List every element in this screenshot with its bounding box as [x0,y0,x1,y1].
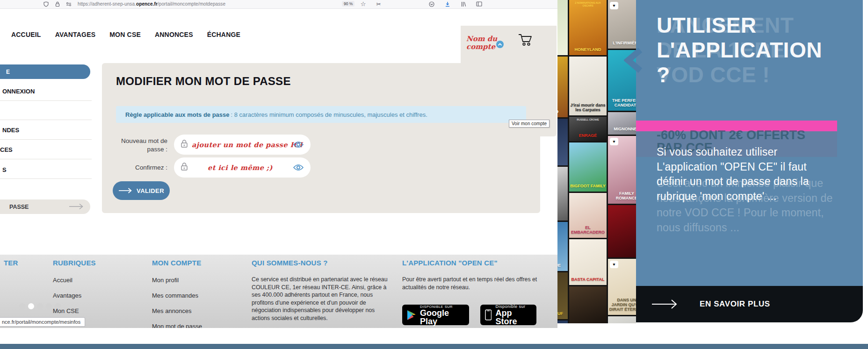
movie-poster[interactable]: MIGNONNES [608,112,636,135]
poster-title: THE PERFECT CANDIDATE [609,98,636,107]
google-play-badge[interactable]: DISPONIBLE SUR Google Play [402,305,469,325]
page-title: MODIFIER MON MOT DE PASSE [116,75,291,88]
screenshot-scissors-icon[interactable]: ✂ [376,1,382,7]
screen: https://adherent-snep-unsa.opence.fr/por… [0,0,868,349]
footer-link-accueil[interactable]: Accueil [53,277,72,284]
permissions-icon[interactable] [65,1,72,7]
arrow-right-icon [651,299,678,309]
app-store-badge[interactable]: Disponible sur App Store [480,305,536,325]
movie-poster[interactable]: madre [608,316,636,323]
sidebar-item-annonces[interactable]: CES [0,146,13,153]
show-password-eye-icon[interactable] [293,164,304,173]
cta-label: EN SAVOIR PLUS [700,299,770,309]
confirm-password-field[interactable]: et ici le même ;) [174,157,311,178]
carousel-dot[interactable] [46,303,52,309]
movie-poster[interactable]: EL EMBARCADERO [569,193,607,238]
nav-item-mon-cse[interactable]: MON CSE [109,31,141,38]
favorite-heart-icon[interactable]: ♥ [610,2,618,9]
download-icon[interactable] [444,1,450,7]
bottom-strip [0,344,868,349]
movie-poster[interactable]: ♥FAMILY ROMANCE [608,136,636,204]
lock-icon[interactable] [54,1,60,7]
movie-poster[interactable]: nette [557,0,568,55]
sidebar-header-pill[interactable]: E [0,64,90,79]
movie-poster[interactable]: BAMAKO [557,57,568,117]
movie-poster[interactable]: 2 NOMINATIONS AUX OSCARSHONEYLAND [569,0,607,55]
sidebar-toggle-icon[interactable] [476,1,482,7]
url-host: opence.fr [136,1,158,7]
movie-poster[interactable]: J'irai mourir dans les Carpates [569,57,607,115]
footer-link-mon-cse[interactable]: Mon CSE [53,307,79,314]
footer-heading-rubriques: RUBRIQUES [53,259,96,267]
confirm-password-label: Confirmez : [112,164,167,172]
sidebar-item-fragment[interactable]: S [2,166,7,173]
slide-title: UTILISER L'APPLICATION ? [657,13,822,87]
lock-icon [181,139,188,150]
footer-link-avantages[interactable]: Avantages [53,292,81,299]
en-savoir-plus-button[interactable]: EN SAVOIR PLUS [636,286,863,322]
movie-poster[interactable] [608,205,636,257]
link-tooltip: Voir mon compte [509,120,550,128]
favorite-heart-icon[interactable]: ♥ [610,261,618,268]
shield-icon[interactable] [43,1,49,7]
carousel-dot[interactable] [19,303,25,309]
poster-title: BIGFOOT FAMILY [570,184,606,188]
poster-subtitle: RUSSELL CROWE [570,118,606,121]
main-nav: ACCUEIL AVANTAGES MON CSE ANNONCES ÉCHAN… [11,31,240,38]
nav-item-annonces[interactable]: ANNONCES [155,31,193,38]
poster-title: CER RIQUE [557,263,567,268]
footer-link-mon-profil[interactable]: Mon profil [152,277,179,284]
movie-poster[interactable]: ♥L'INFIRMIÈRE [608,0,636,49]
sidebar-active-label: PASSE [9,204,29,210]
new-password-field[interactable]: ajouter un mot de passe ICI [174,135,311,155]
bookmark-star-icon[interactable]: ☆ [360,1,366,7]
chevron-up-icon[interactable] [496,41,504,48]
valider-label: VALIDER [137,187,164,194]
show-password-eye-icon[interactable] [293,141,304,150]
movie-poster[interactable]: ♥DANS UN JARDIN QU'ON DIRAIT ÉTERNEL [608,259,636,315]
movie-poster[interactable]: Fille [557,119,568,165]
movie-poster[interactable]: ME PES, C UF [557,272,568,319]
movie-poster[interactable]: ITE [557,167,568,221]
movie-poster[interactable]: BIGFOOT FAMILY [569,142,607,192]
sidebar-item-connexion[interactable]: ONNEXION [2,88,35,95]
poster-title: DANS UN JARDIN QU'ON DIRAIT ÉTERNEL [609,298,636,312]
cart-icon[interactable] [518,33,533,48]
footer-link-mon-mot-de-passe[interactable]: Mon mot de passe [152,323,202,328]
poster-title: nette [557,47,567,52]
password-annotation: et ici le même ;) [208,164,273,171]
movie-poster[interactable]: CER RIQUE [557,222,568,271]
valider-button[interactable]: VALIDER [113,181,170,200]
pocket-icon[interactable] [428,1,434,7]
footer-link-mes-commandes[interactable]: Mes commandes [152,292,198,299]
sidebar-item-commandes[interactable]: NDES [2,127,19,134]
carousel-dot[interactable] [37,303,43,309]
movie-poster[interactable]: RUSSELL CROWEENRAGÉ [569,117,607,141]
lock-icon [181,162,188,173]
movie-poster[interactable]: IP MAN 4 [569,286,607,323]
movie-poster[interactable]: E FEMME [557,321,568,323]
poster-title: EL EMBARCADERO [570,225,606,235]
rule-text: : 8 caractères minimum composés de minus… [231,111,427,118]
poster-title: BASTA CAPITAL [570,277,606,282]
browser-toolbar: https://adherent-snep-unsa.opence.fr/por… [0,0,557,9]
footer-link-mes-annonces[interactable]: Mes annonces [152,307,192,314]
footer-heading-mon-compte: MON COMPTE [152,259,201,267]
password-rule-box: Règle applicable aux mots de passe : 8 c… [116,106,526,123]
library-icon[interactable] [460,1,466,7]
footer-heading-contact-fragment: TER [4,259,18,267]
carousel-prev-chevron-icon[interactable] [624,48,644,75]
app-paragraph: Pour être averti partout et en temps rée… [402,276,538,291]
poster-title: Fille [557,157,567,162]
badge-bottom-text: Google Play [420,309,464,326]
nav-item-accueil[interactable]: ACCUEIL [11,31,41,38]
google-play-icon [407,309,416,321]
zoom-level-badge[interactable]: 90 % [342,1,354,7]
movie-poster[interactable]: BASTA CAPITAL [569,239,607,285]
nav-item-echange[interactable]: ÉCHANGE [207,31,240,38]
favorite-heart-icon[interactable]: ♥ [610,138,618,145]
nav-item-avantages[interactable]: AVANTAGES [55,31,96,38]
sidebar-item-mot-de-passe-active[interactable]: PASSE [0,199,90,214]
address-bar[interactable]: https://adherent-snep-unsa.opence.fr/por… [78,1,225,7]
carousel-dot[interactable] [28,303,34,309]
